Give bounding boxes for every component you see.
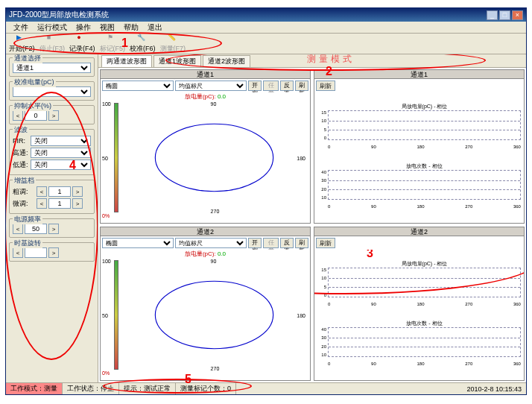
freq-group: 电源频率 <>: [9, 218, 95, 238]
svg-point-1: [155, 281, 273, 348]
tab-both[interactable]: 两通道波形图: [101, 55, 152, 67]
menu-runmode[interactable]: 运行模式: [33, 22, 72, 33]
panel-ch2-phase: 通道2 刷新 局放电量(pC) - 相位 151050 090180270360…: [314, 227, 525, 381]
channel-select-group: 通道选择 通道1: [9, 57, 95, 77]
menu-exit[interactable]: 退出: [143, 22, 167, 33]
anyopen-btn-2[interactable]: 任意开窗: [263, 238, 279, 248]
titlebar: JFD-2000型局部放电检测系统 _ □ ×: [6, 8, 526, 22]
invert-btn-2[interactable]: 反选: [280, 238, 294, 248]
measure-button[interactable]: 📏测量(F7): [160, 34, 186, 54]
freq-input[interactable]: [25, 224, 47, 234]
shape-select-1[interactable]: 椭圆: [102, 81, 174, 91]
record-icon: ●: [77, 34, 87, 44]
toolbar: ▶开始(F2) ■停止(F3) ●记录(F4) ⚑标记(F5) 🔧校准(F6) …: [6, 34, 526, 54]
suppress-input[interactable]: [25, 110, 47, 121]
sidebar: 通道选择 通道1 校准电量(pC) 抑制水平(%) < > 滤波 FIR:关闭 …: [6, 54, 98, 382]
close-button[interactable]: ×: [512, 10, 523, 20]
coarse-input[interactable]: [48, 186, 71, 197]
fine-input[interactable]: [48, 198, 71, 209]
menu-file[interactable]: 文件: [9, 22, 33, 33]
statusbar: 工作模式：测量 工作状态：停止 提示：测试正常 测量标记个数：0 2010-2-…: [6, 382, 526, 394]
rotate-group: 时基旋转 <>: [9, 242, 95, 262]
menubar: 文件 运行模式 操作 视图 帮助 退出: [6, 22, 526, 34]
invert-btn-1[interactable]: 反选: [280, 81, 294, 91]
status-state: 工作状态：停止: [63, 383, 119, 394]
open-btn-1[interactable]: 开窗: [248, 81, 262, 91]
fine-inc[interactable]: >: [72, 198, 83, 209]
status-count: 测量标记个数：0: [176, 383, 236, 394]
maximize-button[interactable]: □: [499, 10, 510, 20]
refresh-btn-2[interactable]: 刷新: [295, 238, 308, 248]
stop-button[interactable]: ■停止(F3): [39, 34, 66, 54]
stop-icon: ■: [47, 34, 57, 44]
coarse-dec[interactable]: <: [37, 186, 47, 197]
calib-charge-select[interactable]: [13, 86, 91, 97]
panel-ch2-ellipse: 通道2 椭圆 均值标尺 开窗 任意开窗 反选 刷新 放电量(pC): 0.0 1…: [100, 227, 311, 381]
status-hint: 提示：测试正常: [119, 383, 176, 394]
refresh-ch2r[interactable]: 刷新: [316, 238, 335, 248]
calib-charge-group: 校准电量(pC): [9, 81, 95, 101]
content: 通道选择 通道1 校准电量(pC) 抑制水平(%) < > 滤波 FIR:关闭 …: [6, 54, 526, 382]
panel-ch1-ellipse: 通道1 椭圆 均值标尺 开窗 任意开窗 反选 刷新 放电量(pC): 0.0 1…: [100, 69, 311, 224]
filter-group: 滤波 FIR:关闭 高通:关闭 低通:关闭: [9, 129, 95, 175]
mode-banner: 测量模式: [307, 54, 355, 66]
menu-help[interactable]: 帮助: [119, 22, 143, 33]
fir-select[interactable]: 关闭: [31, 136, 91, 146]
tab-ch1[interactable]: 通道1波形图: [153, 55, 201, 67]
rotate-dec[interactable]: <: [13, 247, 23, 258]
main-area: 两通道波形图 通道1波形图 通道2波形图 测量模式 2 通道1 椭圆 均值标尺 …: [98, 54, 526, 382]
anyopen-btn-1[interactable]: 任意开窗: [263, 81, 279, 91]
panels: 通道1 椭圆 均值标尺 开窗 任意开窗 反选 刷新 放电量(pC): 0.0 1…: [98, 68, 526, 382]
menu-operate[interactable]: 操作: [72, 22, 95, 33]
suppress-dec[interactable]: <: [13, 110, 23, 121]
open-btn-2[interactable]: 开窗: [248, 238, 262, 248]
fine-dec[interactable]: <: [37, 198, 47, 209]
rotate-inc[interactable]: >: [48, 247, 59, 258]
play-icon: ▶: [16, 34, 27, 44]
gain-group: 增益档 粗调:<> 微调:<>: [9, 180, 95, 214]
status-mode: 工作模式：测量: [6, 383, 63, 394]
suppress-inc[interactable]: >: [48, 110, 59, 121]
app-window: JFD-2000型局部放电检测系统 _ □ × 文件 运行模式 操作 视图 帮助…: [5, 7, 527, 395]
tab-ch2[interactable]: 通道2波形图: [203, 55, 250, 67]
hp-select[interactable]: 关闭: [31, 148, 91, 158]
record-button[interactable]: ●记录(F4): [69, 34, 95, 54]
panel-ch1-phase: 通道1 刷新 局放电量(pC) - 相位 151050 090180270360…: [314, 69, 525, 224]
annotation-3: 3: [367, 250, 373, 260]
status-time: 2010-2-8 10:15:43: [462, 383, 526, 394]
svg-point-0: [155, 124, 273, 191]
minimize-button[interactable]: _: [487, 10, 498, 20]
tabs: 两通道波形图 通道1波形图 通道2波形图 测量模式 2: [98, 54, 526, 68]
ruler-icon: 📏: [168, 34, 178, 44]
lp-select[interactable]: 关闭: [31, 160, 91, 170]
coarse-inc[interactable]: >: [72, 186, 83, 197]
window-title: JFD-2000型局部放电检测系统: [9, 10, 485, 20]
refresh-ch1r[interactable]: 刷新: [316, 81, 335, 91]
shape-select-2[interactable]: 椭圆: [102, 238, 174, 248]
freq-inc[interactable]: >: [48, 224, 59, 234]
start-button[interactable]: ▶开始(F2): [9, 34, 35, 54]
flag-icon: ⚑: [107, 34, 118, 44]
mark-button[interactable]: ⚑标记(F5): [100, 34, 126, 54]
channel-select[interactable]: 通道1: [13, 63, 91, 73]
rotate-input[interactable]: [25, 247, 47, 258]
ruler-select-2[interactable]: 均值标尺: [175, 238, 247, 248]
freq-dec[interactable]: <: [13, 224, 23, 234]
wrench-icon: 🔧: [137, 34, 148, 44]
suppress-group: 抑制水平(%) < >: [9, 105, 95, 124]
ruler-select-1[interactable]: 均值标尺: [175, 81, 247, 91]
refresh-btn-1[interactable]: 刷新: [295, 81, 308, 91]
calib-button[interactable]: 🔧校准(F6): [130, 34, 156, 54]
menu-view[interactable]: 视图: [95, 22, 119, 33]
